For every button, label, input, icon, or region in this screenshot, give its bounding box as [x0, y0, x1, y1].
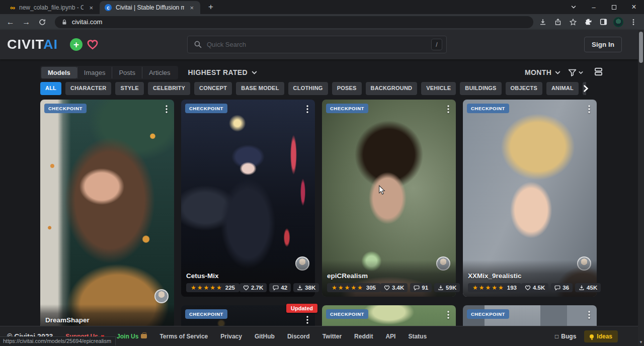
chip-animal[interactable]: ANIMAL: [546, 82, 579, 95]
card-stats: ★★★★★ 225 2.7K 42 38K: [186, 283, 310, 292]
footer-link-terms[interactable]: Terms of Service: [159, 333, 208, 340]
star-icon: ★: [498, 285, 504, 291]
tab-colab[interactable]: ∞ new_colab_file.ipynb - Colaborat ×: [5, 1, 100, 14]
new-tab-button[interactable]: +: [205, 2, 216, 12]
link-status-bar: https://civitai.com/models/25694/epicrea…: [0, 336, 116, 345]
model-preview-image: [40, 100, 174, 328]
card-info: XXMix_9realistic ★★★★★ 193 4.5K 36 45K: [463, 260, 597, 297]
maximize-button[interactable]: [604, 0, 624, 14]
card-menu-icon[interactable]: [584, 308, 595, 321]
civitai-logo[interactable]: CIVITAI: [7, 37, 58, 52]
card-menu-icon[interactable]: [302, 313, 313, 326]
tab-close-icon[interactable]: ×: [188, 4, 195, 12]
support-heart-icon[interactable]: [87, 39, 99, 52]
chip-clothing[interactable]: CLOTHING: [288, 82, 328, 95]
page-scrollbar[interactable]: ▼: [638, 30, 644, 346]
period-label: MONTH: [525, 68, 551, 76]
tab-civitai[interactable]: c Civitai | Stable Diffusion models, ×: [100, 1, 200, 14]
card-menu-icon[interactable]: [443, 308, 454, 321]
star-icon: ★: [479, 285, 485, 291]
layout-toggle-button[interactable]: [593, 66, 604, 79]
sort-dropdown[interactable]: HIGHEST RATED: [188, 68, 258, 76]
chip-all[interactable]: ALL: [40, 82, 61, 95]
star-icon: ★: [332, 285, 337, 291]
chip-style[interactable]: STYLE: [115, 82, 143, 95]
chip-background[interactable]: BACKGROUND: [366, 82, 418, 95]
search-input[interactable]: [207, 41, 427, 48]
back-button[interactable]: ←: [4, 16, 17, 29]
side-panel-icon[interactable]: [597, 16, 610, 29]
footer-link-api[interactable]: API: [385, 333, 395, 340]
chip-concept[interactable]: CONCEPT: [194, 82, 232, 95]
forward-button[interactable]: →: [20, 16, 33, 29]
close-button[interactable]: ×: [624, 0, 644, 14]
tab-search-chevron-icon[interactable]: [564, 0, 584, 14]
scrollbar-thumb[interactable]: [639, 32, 643, 63]
upload-plus-button[interactable]: +: [70, 38, 83, 51]
chip-vehicle[interactable]: VEHICLE: [421, 82, 456, 95]
card-menu-icon[interactable]: [584, 103, 595, 116]
extensions-puzzle-icon[interactable]: [582, 16, 595, 29]
downloads-count: 45K: [587, 285, 597, 291]
chip-celebrity[interactable]: CELEBRITY: [148, 82, 190, 95]
comment-icon: [554, 285, 560, 291]
footer-link-twitter[interactable]: Twitter: [323, 333, 342, 340]
footer-link-discord[interactable]: Discord: [287, 333, 310, 340]
card-menu-icon[interactable]: [161, 103, 172, 116]
model-card-dreamshaper[interactable]: CHECKPOINT DreamShaper: [40, 100, 174, 328]
chip-base-model[interactable]: BASE MODEL: [236, 82, 284, 95]
search-icon: [194, 40, 202, 49]
footer-link-status[interactable]: Status: [408, 333, 427, 340]
chip-buildings[interactable]: BUILDINGS: [460, 82, 501, 95]
rating-count: 193: [507, 285, 517, 291]
footer-link-privacy[interactable]: Privacy: [220, 333, 242, 340]
chip-character[interactable]: CHARACTER: [65, 82, 111, 95]
quick-search-bar[interactable]: /: [187, 36, 447, 53]
model-card-xxmix[interactable]: CHECKPOINT XXMix_9realistic ★★★★★ 193 4.…: [463, 100, 597, 297]
chips-scroll-next-button[interactable]: [582, 83, 590, 94]
tab-images[interactable]: Images: [77, 67, 112, 78]
creator-avatar[interactable]: [154, 289, 169, 303]
browser-menu-icon[interactable]: [627, 16, 640, 29]
period-dropdown[interactable]: MONTH: [525, 68, 561, 76]
chevron-down-icon: [554, 69, 561, 76]
download-icon[interactable]: [536, 16, 549, 29]
minimize-button[interactable]: –: [584, 0, 604, 14]
tab-articles[interactable]: Articles: [142, 67, 177, 78]
profile-avatar[interactable]: [612, 16, 625, 29]
footer-link-reddit[interactable]: Reddit: [354, 333, 373, 340]
bugs-button[interactable]: □Bugs: [555, 333, 576, 340]
card-stats: ★★★★★ 305 3.4K 91 59K: [327, 283, 451, 292]
checkpoint-badge: CHECKPOINT: [185, 309, 227, 319]
chip-poses[interactable]: POSES: [332, 82, 362, 95]
model-card-epicrealism[interactable]: CHECKPOINT epiCRealism ★★★★★ 305 3.4K: [322, 100, 456, 297]
url-bar[interactable]: civitai.com: [55, 16, 533, 28]
star-icon: ★: [197, 285, 203, 291]
tab-close-icon[interactable]: ×: [88, 4, 95, 12]
comments-pill: 36: [551, 283, 573, 292]
bookmark-star-icon[interactable]: [567, 16, 580, 29]
share-icon[interactable]: [551, 16, 565, 29]
reload-button[interactable]: [36, 16, 49, 29]
filter-dropdown[interactable]: [568, 68, 584, 77]
tab-title: Civitai | Stable Diffusion models,: [116, 4, 184, 11]
card-info: epiCRealism ★★★★★ 305 3.4K 91 59K: [322, 260, 456, 297]
content-type-tabs: Models Images Posts Articles: [40, 66, 178, 79]
card-column: CHECKPOINT epiCRealism ★★★★★ 305 3.4K: [322, 100, 456, 346]
footer-link-join-us[interactable]: Join Us: [117, 333, 147, 340]
likes-count: 4.5K: [533, 285, 545, 291]
scrollbar-down-arrow[interactable]: ▼: [639, 340, 643, 344]
tab-posts[interactable]: Posts: [112, 67, 142, 78]
card-stats: ★★★★★ 193 4.5K 36 45K: [468, 283, 592, 292]
model-card-cetus-mix[interactable]: CHECKPOINT Cetus-Mix ★★★★★ 225 2.7K 4: [181, 100, 315, 297]
chip-objects[interactable]: OBJECTS: [506, 82, 542, 95]
sign-in-button[interactable]: Sign In: [584, 37, 622, 52]
ideas-button[interactable]: Ideas: [584, 330, 618, 342]
downloads-count: 38K: [305, 285, 315, 291]
card-menu-icon[interactable]: [443, 103, 454, 116]
heart-icon: [525, 285, 531, 291]
tab-models[interactable]: Models: [41, 67, 77, 78]
card-menu-icon[interactable]: [302, 103, 313, 116]
footer-link-github[interactable]: GitHub: [255, 333, 275, 340]
card-info: DreamShaper: [40, 304, 174, 328]
